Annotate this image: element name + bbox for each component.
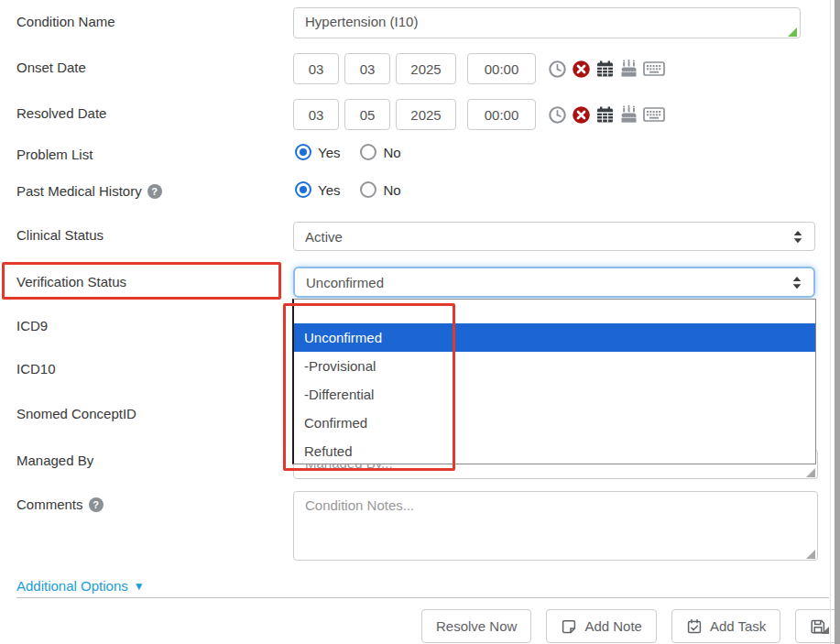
comments-label: Comments ?	[16, 497, 104, 512]
resolved-year-input[interactable]	[396, 99, 456, 130]
question-circle-icon[interactable]: ?	[89, 497, 104, 512]
condition-name-label: Condition Name	[16, 14, 115, 29]
resolved-date-label: Resolved Date	[16, 105, 106, 121]
divider	[16, 597, 829, 598]
chevron-down-icon: ▼	[134, 580, 145, 593]
clinical-status-select[interactable]: Active	[293, 222, 815, 251]
save-button[interactable]: Save	[795, 609, 840, 643]
dropdown-option-provisional[interactable]: -Provisional	[294, 352, 815, 380]
verification-status-dropdown: Unconfirmed -Provisional -Differential C…	[292, 299, 816, 464]
additional-options-link[interactable]: Additional Options ▼	[16, 578, 145, 594]
clock-icon[interactable]	[548, 60, 567, 79]
problem-list-no-label: No	[383, 145, 400, 160]
pmh-no-radio[interactable]	[360, 181, 376, 198]
footer-button-row: Resolve Now Add Note Add Task Save	[421, 609, 840, 643]
add-note-button[interactable]: Add Note	[546, 609, 657, 643]
verification-status-label: Verification Status	[16, 274, 126, 289]
problem-list-yes-label: Yes	[318, 145, 340, 160]
onset-date-icons	[548, 60, 665, 79]
onset-month-input[interactable]	[293, 53, 339, 84]
resize-corner-icon	[822, 627, 829, 634]
onset-day-input[interactable]	[344, 53, 390, 84]
resolve-now-button[interactable]: Resolve Now	[421, 609, 531, 643]
question-circle-icon[interactable]: ?	[147, 184, 162, 199]
pmh-yes-label: Yes	[318, 182, 340, 198]
onset-year-input[interactable]	[396, 53, 456, 84]
clinical-status-label: Clinical Status	[16, 227, 104, 243]
managed-by-label: Managed By	[16, 453, 93, 468]
task-calendar-icon	[686, 618, 703, 635]
birthday-cake-icon[interactable]	[619, 105, 638, 125]
onset-date-row	[293, 53, 665, 84]
keyboard-icon[interactable]	[643, 106, 665, 123]
birthday-cake-icon[interactable]	[619, 60, 638, 79]
keyboard-icon[interactable]	[643, 60, 665, 77]
past-medical-history-radio-group: Yes No	[295, 181, 401, 198]
dropdown-option-refuted[interactable]: Refuted	[294, 437, 815, 465]
verification-status-select[interactable]: Unconfirmed	[293, 267, 815, 298]
dropdown-option-differential[interactable]: -Differential	[294, 380, 815, 409]
dropdown-option-unconfirmed[interactable]: Unconfirmed	[294, 323, 815, 352]
icd9-label: ICD9	[16, 318, 48, 333]
condition-form: Condition Name Hypertension (I10) Onset …	[0, 0, 840, 644]
onset-time-input[interactable]	[467, 53, 536, 84]
icd10-label: ICD10	[16, 361, 56, 377]
resolved-date-icons	[548, 105, 665, 125]
add-task-button[interactable]: Add Task	[671, 609, 780, 643]
dropdown-option-confirmed[interactable]: Confirmed	[294, 409, 815, 437]
scrollbar-track-line	[830, 0, 831, 644]
select-arrows-icon	[791, 275, 802, 290]
problem-list-label: Problem List	[16, 147, 93, 162]
remove-circle-icon[interactable]	[572, 105, 591, 125]
problem-list-yes-radio[interactable]	[295, 144, 311, 160]
calendar-icon[interactable]	[595, 105, 615, 125]
comments-input[interactable]	[293, 491, 818, 561]
problem-list-no-radio[interactable]	[360, 144, 376, 160]
past-medical-history-label: Past Medical History ?	[16, 183, 162, 199]
resolved-date-row	[293, 99, 665, 130]
onset-date-label: Onset Date	[16, 60, 86, 75]
problem-list-radio-group: Yes No	[295, 144, 401, 160]
resolved-day-input[interactable]	[344, 99, 390, 130]
select-arrows-icon	[792, 229, 803, 245]
clock-icon[interactable]	[548, 105, 567, 125]
snomed-conceptid-label: Snomed ConceptID	[16, 406, 136, 421]
pmh-no-label: No	[383, 182, 400, 198]
pmh-yes-radio[interactable]	[295, 181, 311, 198]
resolved-time-input[interactable]	[467, 99, 536, 130]
condition-name-input[interactable]: Hypertension (I10)	[293, 7, 801, 38]
scrollbar-thumb[interactable]	[835, 0, 840, 644]
dropdown-option-blank[interactable]	[294, 300, 815, 323]
remove-circle-icon[interactable]	[572, 60, 591, 79]
resolved-month-input[interactable]	[293, 99, 339, 130]
note-icon	[561, 618, 577, 635]
calendar-icon[interactable]	[595, 60, 615, 79]
